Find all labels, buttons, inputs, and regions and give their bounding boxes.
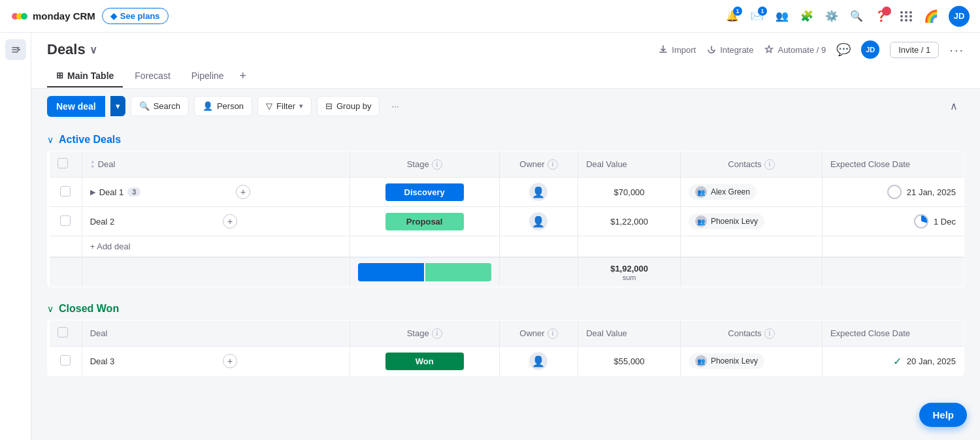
import-label: Import [672,45,696,55]
search-button[interactable]: 🔍 Search [131,96,189,116]
deal-sub-count: 3 [127,187,140,196]
row-checkbox[interactable] [60,186,71,196]
stage-badge[interactable]: Discovery [385,183,464,201]
svg-rect-4 [12,50,17,51]
cw-deal-add-button[interactable]: + [223,354,237,368]
settings-icon[interactable]: ⚙️ [825,9,839,24]
active-deals-chevron[interactable]: ∨ [47,134,54,145]
active-deals-title[interactable]: Active Deals [59,134,121,146]
add-tab-button[interactable]: + [236,64,251,88]
cw-th-close-date-label: Expected Close Date [830,328,910,338]
cw-row-checkbox-cell [48,347,82,376]
owner-cell: 👤 [499,178,578,207]
group-by-button[interactable]: ⊟ Group by [317,96,380,116]
closed-won-title[interactable]: Closed Won [59,303,119,315]
person-button[interactable]: 👤 Person [194,96,252,116]
contact-chip[interactable]: 👥 Phoenix Levy [689,213,764,229]
stage-badge[interactable]: Proposal [385,213,464,230]
date-container: 1 Dec [830,214,956,228]
cw-th-contacts: Contacts ℹ [680,321,822,347]
stage-info-icon[interactable]: ℹ [432,159,442,170]
new-deal-dropdown[interactable]: ▾ [110,96,125,116]
cw-contacts-info-icon[interactable]: ℹ [764,328,775,339]
cw-owner-avatar[interactable]: 👤 [529,352,547,370]
add-deal-date [822,236,964,258]
closed-won-chevron[interactable]: ∨ [47,304,54,314]
date-status-pie[interactable] [914,214,928,228]
contacts-info-icon[interactable]: ℹ [764,159,775,170]
th-owner: Owner ℹ [499,151,578,178]
main-layout: Deals ∨ Import Integrate Automate / 9 [0,33,980,440]
notifications-icon[interactable]: 🔔 1 [725,9,740,24]
import-action[interactable]: Import [658,44,696,55]
integrate-action[interactable]: Integrate [706,44,753,55]
rainbow-icon[interactable]: 🌈 [924,9,938,24]
search-icon[interactable]: 🔍 [849,9,864,24]
cw-th-check [48,321,82,347]
tab-forecast[interactable]: Forecast [125,65,179,87]
person-icon: 👤 [203,101,213,111]
automate-action[interactable]: Automate / 9 [764,44,826,55]
new-deal-button[interactable]: New deal [47,96,105,117]
svg-rect-3 [12,47,20,48]
cw-stage-badge[interactable]: Won [385,353,464,370]
help-icon[interactable]: ❓ [874,9,889,24]
contact-chip[interactable]: 👥 Alex Green [689,184,757,200]
contact-cell: 👥 Phoenix Levy [680,207,822,236]
chat-icon[interactable]: 💬 [836,42,851,57]
active-deals-header: ∨ Active Deals [47,129,964,151]
integrate-label: Integrate [720,45,753,55]
deal-add-button[interactable]: + [236,185,250,199]
topnav-right: 🔔 1 ✉️ 1 👥 🧩 ⚙️ 🔍 ❓ 🌈 JD [725,6,970,27]
cw-contact-chip[interactable]: 👥 Phoenix Levy [689,353,764,369]
top-navigation: monday CRM ◆ See plans 🔔 1 ✉️ 1 👥 🧩 ⚙️ 🔍… [0,0,980,33]
owner-info-icon[interactable]: ℹ [547,159,558,170]
board-title[interactable]: Deals ∨ [47,41,97,58]
deal-add-button[interactable]: + [223,214,237,228]
closed-won-table: Deal Stage ℹ Owner [47,320,964,376]
cw-select-all-checkbox[interactable] [57,327,68,338]
app-name: monday CRM [33,10,95,22]
sum-owner [499,257,578,287]
help-button[interactable]: Help [919,403,967,427]
cw-row-checkbox[interactable] [60,355,71,366]
add-deal-value [578,236,681,258]
cw-th-contacts-label: Contacts [728,328,761,338]
cw-close-date-cell: ✓ 20 Jan, 2025 [822,347,964,376]
more-options-button[interactable]: ··· [949,42,964,57]
inbox-icon[interactable]: ✉️ 1 [750,9,764,24]
tab-pipeline[interactable]: Pipeline [182,65,233,87]
more-toolbar-button[interactable]: ··· [385,97,405,116]
apps-grid [900,11,913,22]
close-date-cell: 21 Jan, 2025 [822,178,964,207]
owner-avatar[interactable]: 👤 [529,183,547,201]
owner-avatar[interactable]: 👤 [529,212,547,230]
select-all-checkbox[interactable] [57,158,68,168]
th-stage-label: Stage [407,159,429,169]
closed-won-header-row: Deal Stage ℹ Owner [48,321,964,347]
cw-owner-info-icon[interactable]: ℹ [547,328,558,339]
app-brand: CRM [73,10,95,22]
deal-sort[interactable]: ▲▼ [90,159,95,170]
date-status-circle[interactable] [887,185,902,199]
deal-expand-button[interactable]: ▶ [90,188,95,196]
collapse-button[interactable]: ∧ [943,95,964,117]
grid-icon[interactable] [899,9,913,24]
sidebar-toggle-icon [10,44,21,55]
cw-stage-info-icon[interactable]: ℹ [432,328,442,339]
add-deal-cell[interactable]: + Add deal [82,236,350,258]
sidebar-toggle[interactable] [5,39,26,60]
see-plans-button[interactable]: ◆ See plans [102,8,169,24]
th-deal: ▲▼ Deal [82,151,350,178]
deal-value-cell: $70,000 [578,178,681,207]
user-avatar[interactable]: JD [949,6,970,27]
apps-icon[interactable]: 🧩 [800,9,814,24]
board-user-avatar[interactable]: JD [861,40,879,59]
main-content: Deals ∨ Import Integrate Automate / 9 [31,33,980,440]
filter-button[interactable]: ▽ Filter ▾ [257,96,312,116]
tab-main-table[interactable]: ⊞ Main Table [47,65,123,87]
sum-contacts [680,257,822,287]
invite-button[interactable]: Invite / 1 [890,42,939,58]
row-checkbox[interactable] [60,215,71,226]
invite-icon[interactable]: 👥 [775,9,789,24]
